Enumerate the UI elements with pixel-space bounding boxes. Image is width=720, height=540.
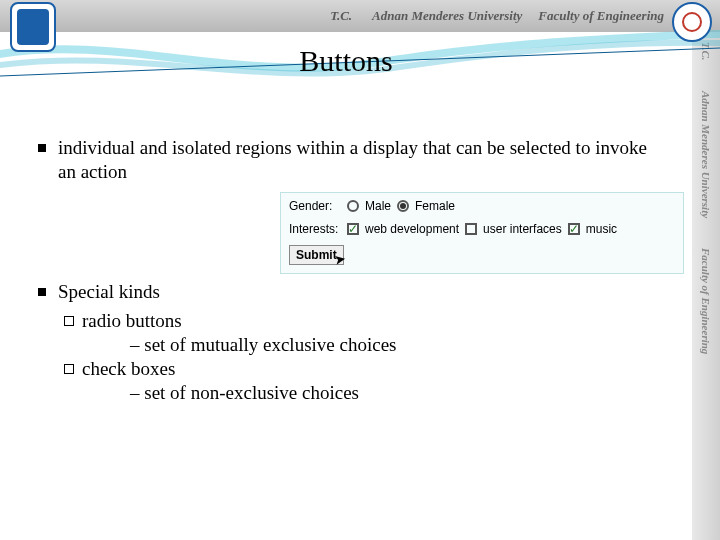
checkbox-web-label: web development (365, 222, 459, 237)
header-faculty: Faculty of Engineering (538, 8, 664, 24)
sub-check-text: check boxes (82, 357, 175, 381)
sidebar-university: Adnan Menderes University (700, 91, 712, 218)
bullet-2-text: Special kinds (58, 280, 652, 304)
sub-radio-desc: – set of mutually exclusive choices (130, 333, 652, 357)
checkbox-web[interactable]: ✓ (347, 223, 359, 235)
header-tc: T.C. (330, 8, 352, 24)
slide-content: individual and isolated regions within a… (0, 78, 692, 404)
checkbox-music[interactable]: ✓ (568, 223, 580, 235)
slide-title: Buttons (0, 44, 720, 78)
checkbox-ui[interactable] (465, 223, 477, 235)
checkbox-music-label: music (586, 222, 617, 237)
radio-female[interactable] (397, 200, 409, 212)
sub-radio-text: radio buttons (82, 309, 182, 333)
bullet-2: Special kinds (38, 280, 652, 304)
university-logo-left (10, 2, 56, 52)
submit-wrap: Submit ➤ (289, 245, 344, 265)
sub-check-desc: – set of non-exclusive choices (130, 381, 652, 405)
radio-female-label: Female (415, 199, 455, 214)
box-icon (64, 364, 74, 374)
radio-male-label: Male (365, 199, 391, 214)
sidebar-faculty: Faculty of Engineering (700, 248, 712, 354)
box-icon (64, 316, 74, 326)
sub-bullet-radio: radio buttons (64, 309, 652, 333)
gender-label: Gender: (289, 199, 341, 214)
interests-label: Interests: (289, 222, 341, 237)
bullet-1: individual and isolated regions within a… (38, 136, 652, 184)
bullet-square-icon (38, 288, 46, 296)
sidebar-vertical: T.C. Adnan Menderes University Faculty o… (692, 32, 720, 540)
cursor-icon: ➤ (332, 250, 347, 269)
bullet-square-icon (38, 144, 46, 152)
interests-row: Interests: ✓ web development user interf… (289, 222, 675, 237)
checkbox-ui-label: user interfaces (483, 222, 562, 237)
sub-bullet-check: check boxes (64, 357, 652, 381)
header-bar: T.C. Adnan Menderes University Faculty o… (0, 0, 720, 32)
university-logo-right (672, 2, 712, 42)
radio-male[interactable] (347, 200, 359, 212)
header-university: Adnan Menderes University (372, 8, 522, 24)
gender-row: Gender: Male Female (289, 199, 675, 214)
bullet-1-text: individual and isolated regions within a… (58, 136, 652, 184)
form-example: Gender: Male Female Interests: ✓ web dev… (280, 192, 684, 274)
